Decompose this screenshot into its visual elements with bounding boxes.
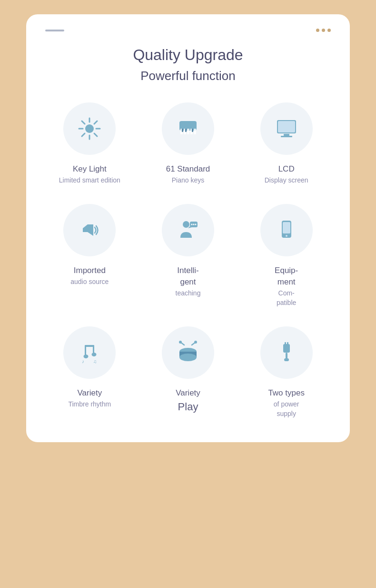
dot-1 <box>316 29 319 32</box>
svg-point-0 <box>85 124 94 133</box>
piano-icon-circle <box>162 102 214 155</box>
features-grid: Key Light Limited smart edition <box>45 102 331 418</box>
play-subtitle: Play <box>178 400 198 415</box>
teaching-subtitle: teaching <box>176 289 201 298</box>
lcd-icon-circle <box>260 102 313 155</box>
svg-line-7 <box>94 121 97 124</box>
teaching-icon <box>176 218 200 243</box>
power-title: Two types <box>268 387 305 399</box>
drum-icon <box>176 340 200 365</box>
top-bar <box>45 29 331 32</box>
feature-audio: Imported audio source <box>45 204 134 307</box>
dot-2 <box>322 29 325 32</box>
svg-rect-19 <box>278 121 295 132</box>
phone-icon <box>274 218 299 243</box>
feature-compatible: Equip-ment Com-patible <box>242 204 331 307</box>
feature-power: Two types of powersupply <box>242 326 331 418</box>
main-card: Quality Upgrade Powerful function Key Li… <box>26 14 350 442</box>
lcd-title: LCD <box>278 163 295 175</box>
feature-play: Variety Play <box>144 326 233 418</box>
feature-key-light: Key Light Limited smart edition <box>45 102 134 185</box>
svg-rect-20 <box>284 134 289 136</box>
svg-point-35 <box>84 355 89 358</box>
svg-rect-16 <box>185 129 187 132</box>
feature-lcd: LCD Display screen <box>242 102 331 185</box>
audio-subtitle: audio source <box>70 277 109 287</box>
svg-text:♪: ♪ <box>82 359 84 364</box>
dot-3 <box>327 29 331 32</box>
svg-point-27 <box>195 224 196 225</box>
piano-title: 61 Standard <box>166 163 210 175</box>
svg-rect-47 <box>285 342 286 345</box>
timbre-title: Variety <box>78 387 102 399</box>
key-light-subtitle: Limited smart edition <box>59 176 120 185</box>
svg-rect-30 <box>283 222 290 233</box>
svg-point-25 <box>191 224 192 225</box>
svg-rect-21 <box>281 136 292 137</box>
compatible-subtitle: Com-patible <box>277 289 296 307</box>
audio-title: Imported <box>74 265 106 276</box>
svg-rect-14 <box>194 129 196 134</box>
svg-rect-50 <box>284 358 289 361</box>
svg-rect-15 <box>182 129 183 132</box>
sun-icon <box>77 116 102 141</box>
svg-point-26 <box>193 224 194 225</box>
power-icon-circle <box>260 326 313 379</box>
feature-timbre: ♪ ♫ Variety Timbre rhythm <box>45 326 134 418</box>
svg-point-23 <box>183 221 189 228</box>
teaching-icon-circle <box>162 204 214 256</box>
play-title: Variety <box>176 387 200 399</box>
svg-rect-12 <box>187 129 189 134</box>
feature-teaching: Intelli-gent teaching <box>144 204 233 307</box>
svg-line-5 <box>82 121 85 124</box>
svg-point-31 <box>286 235 287 237</box>
compatible-title: Equip-ment <box>275 265 298 288</box>
piano-icon <box>176 116 200 141</box>
teaching-title: Intelli-gent <box>177 265 198 288</box>
svg-line-8 <box>82 133 85 136</box>
feature-piano: 61 Standard Piano keys <box>144 102 233 185</box>
svg-rect-49 <box>286 353 287 359</box>
play-icon-circle <box>162 326 214 379</box>
power-subtitle: of powersupply <box>274 400 299 418</box>
page-title: Quality Upgrade <box>45 46 331 64</box>
svg-point-41 <box>179 354 197 361</box>
svg-marker-22 <box>83 224 93 236</box>
lcd-subtitle: Display screen <box>265 176 308 185</box>
compatible-icon-circle <box>260 204 313 256</box>
svg-rect-46 <box>283 344 290 353</box>
music-icon: ♪ ♫ <box>77 340 102 365</box>
timbre-icon-circle: ♪ ♫ <box>63 326 116 379</box>
piano-subtitle: Piano keys <box>172 176 204 185</box>
top-bar-dots <box>316 29 331 32</box>
svg-point-44 <box>179 341 182 344</box>
timbre-subtitle: Timbre rhythm <box>68 400 111 409</box>
page-subtitle: Powerful function <box>45 69 331 83</box>
monitor-icon <box>274 116 299 141</box>
svg-rect-48 <box>287 342 288 345</box>
svg-rect-17 <box>192 129 193 132</box>
svg-point-36 <box>92 353 97 356</box>
svg-point-45 <box>194 341 197 344</box>
svg-rect-33 <box>85 345 86 355</box>
svg-rect-34 <box>93 345 94 354</box>
top-bar-line <box>45 30 64 31</box>
plug-icon <box>274 340 299 365</box>
speaker-icon <box>77 218 102 243</box>
audio-icon-circle <box>63 204 116 256</box>
svg-text:♫: ♫ <box>93 359 97 364</box>
key-light-icon-circle <box>63 102 116 155</box>
svg-line-6 <box>94 133 97 136</box>
key-light-title: Key Light <box>73 163 107 175</box>
